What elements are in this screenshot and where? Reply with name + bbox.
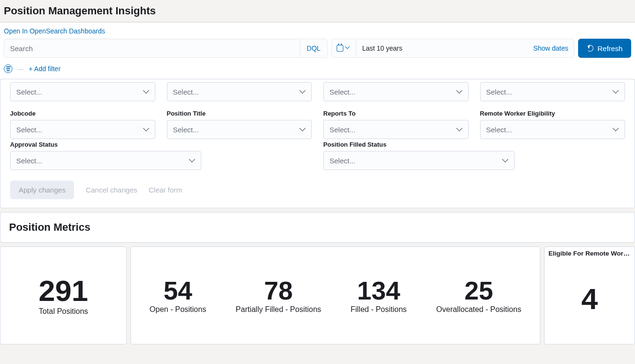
position-metrics-title: Position Metrics [0,213,635,242]
chevron-down-icon [457,127,462,132]
remote-eligible-panel: Eligible For Remote Work - Positions 4 [544,246,635,344]
position-title-label: Position Title [167,110,312,117]
chevron-down-icon [613,127,619,132]
positions-breakdown-panel: 54 Open - Positions 78 Partially Filled … [131,246,540,344]
metric-item-remote: 4 [581,283,598,314]
chevron-down-icon [300,89,306,95]
filter-field-4: Select... [480,82,625,101]
open-in-dashboards-link[interactable]: Open In OpenSearch Dashboards [4,22,631,39]
apply-changes-button[interactable]: Apply changes [10,181,74,199]
metric-body: 54 Open - Positions 78 Partially Filled … [135,250,536,341]
filter-field-1: Select... [10,82,155,101]
chevron-down-icon [143,127,149,132]
approval-status-select[interactable]: Select... [10,151,201,170]
total-positions-value: 291 [39,275,88,306]
metric-body: 291 Total Positions [4,250,122,341]
chevron-down-icon [503,158,508,163]
date-range-picker[interactable]: Last 10 years Show dates [356,39,574,58]
reports-to-label: Reports To [323,110,469,117]
filter-select-4[interactable]: Select... [480,82,625,101]
position-filled-status-label: Position Filled Status [323,141,625,148]
search-input[interactable] [4,39,300,58]
date-group: Last 10 years Show dates [331,39,574,58]
add-filter-button[interactable]: + Add filter [29,65,61,73]
remote-eligibility-select[interactable]: Select... [480,120,625,139]
position-metrics-header-panel: Position Metrics [0,212,635,243]
dashboard-body: Select... Select... Select... Select... [0,79,635,352]
page-title: Position Management Insights [4,5,631,17]
show-dates-link[interactable]: Show dates [533,44,568,52]
chevron-down-icon [143,89,149,95]
calendar-icon [337,45,343,52]
metric-item-overallocated: 25 Overallocated - Positions [436,277,521,314]
remote-eligible-title: Eligible For Remote Work - Positions [548,250,631,257]
filters-panel: Select... Select... Select... Select... [0,79,635,208]
filter-field-remote-eligibility: Remote Worker Eligibility Select... [480,110,625,139]
filter-select-3[interactable]: Select... [323,82,469,101]
filter-field-position-title: Position Title Select... [167,110,312,139]
filter-field-2: Select... [167,82,312,101]
filter-field-position-filled-status: Position Filled Status Select... [323,141,625,170]
jobcode-select[interactable]: Select... [10,120,155,139]
open-positions-label: Open - Positions [150,305,206,314]
filter-select-2[interactable]: Select... [167,82,312,101]
filter-row-3: Approval Status Select... Position Fille… [10,141,625,170]
filter-actions: Apply changes Cancel changes Clear form [10,181,625,199]
position-filled-status-select[interactable]: Select... [323,151,515,170]
reports-to-select[interactable]: Select... [323,120,469,139]
position-title-select[interactable]: Select... [167,120,312,139]
filled-positions-label: Filled - Positions [350,305,406,314]
filter-select-1[interactable]: Select... [10,82,155,101]
chevron-down-icon [345,45,351,51]
filter-field-3: Select... [323,82,469,101]
partial-positions-value: 78 [236,277,321,304]
page-header: Position Management Insights [0,0,635,22]
filter-field-reports-to: Reports To Select... [323,110,469,139]
filter-field-jobcode: Jobcode Select... [10,110,155,139]
remote-eligibility-label: Remote Worker Eligibility [480,110,625,117]
dql-button[interactable]: DQL [300,39,328,58]
query-bar: DQL Last 10 years Show dates Refresh [4,39,631,58]
date-range-text: Last 10 years [362,44,402,52]
overallocated-positions-label: Overallocated - Positions [436,305,521,314]
chevron-down-icon [300,127,306,132]
metric-item-total: 291 Total Positions [39,275,88,316]
metrics-row: 291 Total Positions 54 Open - Positions … [0,246,635,348]
refresh-label: Refresh [597,44,623,53]
filter-bar: — + Add filter [4,63,631,79]
metric-item-partial: 78 Partially Filled - Positions [236,277,321,314]
filled-positions-value: 134 [350,277,406,304]
clear-form-button[interactable]: Clear form [149,186,182,194]
chevron-down-icon [189,158,195,163]
metric-body: 4 [548,257,631,341]
partial-positions-label: Partially Filled - Positions [236,305,321,314]
cancel-changes-button[interactable]: Cancel changes [86,186,137,194]
search-group: DQL [4,39,328,58]
refresh-button[interactable]: Refresh [578,39,631,58]
jobcode-label: Jobcode [10,110,155,117]
overallocated-positions-value: 25 [436,277,521,304]
total-positions-label: Total Positions [39,307,88,316]
filter-field-approval-status: Approval Status Select... [10,141,312,170]
chevron-down-icon [457,89,462,95]
metric-item-open: 54 Open - Positions [150,277,206,314]
remote-eligible-value: 4 [581,283,598,314]
approval-status-label: Approval Status [10,141,312,148]
total-positions-panel: 291 Total Positions [0,246,127,344]
toolbar-section: Open In OpenSearch Dashboards DQL Last 1… [0,22,635,79]
open-positions-value: 54 [150,277,206,304]
chevron-down-icon [613,89,619,95]
metric-item-filled: 134 Filled - Positions [350,277,406,314]
filter-separator: — [17,65,24,73]
refresh-icon [587,45,593,52]
calendar-button[interactable] [331,39,356,58]
filter-grid: Select... Select... Select... Select... [10,82,625,139]
filter-icon[interactable] [4,64,12,73]
